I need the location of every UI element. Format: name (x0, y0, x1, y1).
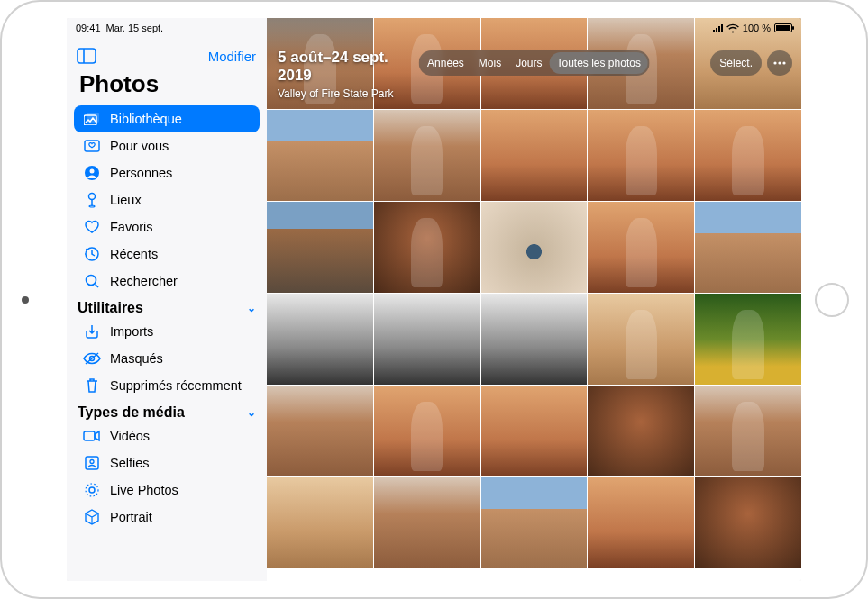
photo-thumbnail[interactable] (267, 477, 373, 568)
svg-point-21 (778, 61, 781, 64)
photo-thumbnail[interactable] (481, 294, 588, 385)
sidebar-item-r-cents[interactable]: Récents (74, 241, 260, 268)
photo-thumbnail[interactable] (374, 294, 480, 385)
svg-point-20 (773, 61, 776, 64)
sidebar-item-masqu-s[interactable]: Masqués (74, 345, 260, 372)
sidebar-item-label: Récents (110, 247, 158, 261)
selfie-icon (83, 456, 101, 470)
sidebar-item-personnes[interactable]: Personnes (74, 159, 260, 186)
photo-grid[interactable] (267, 18, 801, 568)
pin-icon (83, 192, 101, 208)
sidebar-item-portrait[interactable]: Portrait (74, 504, 260, 531)
sidebar-item-rechercher[interactable]: Rechercher (74, 268, 260, 295)
photo-thumbnail[interactable] (267, 294, 373, 385)
photo-thumbnail[interactable] (374, 386, 480, 476)
photo-thumbnail[interactable] (695, 294, 801, 385)
photo-thumbnail[interactable] (267, 110, 373, 201)
view-segmented-control: Années Mois Jours Toutes les photos (418, 50, 650, 76)
search-icon (83, 273, 101, 289)
sidebar-item-label: Bibliothèque (110, 112, 182, 126)
sidebar-item-label: Rechercher (110, 274, 178, 288)
screen: 09:41 Mar. 15 sept. 100 % Modifier Photo… (67, 18, 801, 581)
photo-thumbnail[interactable] (481, 386, 588, 476)
photo-thumbnail[interactable] (695, 202, 801, 293)
sidebar-item-label: Imports (110, 324, 153, 339)
photo-thumbnail[interactable] (588, 110, 694, 201)
sidebar-item-label: Live Photos (110, 483, 178, 497)
seg-days[interactable]: Jours (508, 52, 549, 74)
trash-icon (83, 377, 101, 394)
heart-icon (83, 220, 101, 234)
svg-line-12 (96, 285, 99, 288)
photo-thumbnail[interactable] (267, 202, 373, 293)
sidebar-item-label: Lieux (110, 193, 142, 207)
sidebar-item-label: Favoris (110, 220, 153, 234)
front-camera (22, 296, 29, 304)
sidebar-item-favoris[interactable]: Favoris (74, 213, 260, 241)
home-button[interactable] (815, 283, 849, 317)
hidden-icon (83, 352, 101, 365)
cube-icon (83, 509, 101, 525)
photo-thumbnail[interactable] (695, 386, 801, 476)
sidebar-item-lieux[interactable]: Lieux (74, 186, 260, 213)
photo-thumbnail[interactable] (588, 294, 694, 385)
section-utilities-label: Utilitaires (78, 300, 143, 316)
photo-thumbnail[interactable] (481, 477, 588, 568)
sidebar-title: Photos (67, 68, 267, 105)
sidebar-item-live-photos[interactable]: Live Photos (74, 476, 260, 504)
sidebar-item-label: Masqués (110, 351, 163, 366)
svg-point-22 (782, 61, 785, 64)
for-you-icon (83, 140, 101, 152)
photo-thumbnail[interactable] (267, 18, 373, 109)
sidebar-item-selfies[interactable]: Selfies (74, 449, 260, 476)
svg-rect-15 (84, 431, 95, 440)
svg-rect-0 (78, 49, 96, 63)
photo-thumbnail[interactable] (588, 202, 694, 293)
seg-months[interactable]: Mois (471, 52, 508, 74)
chevron-down-icon: ⌄ (247, 406, 256, 419)
sidebar: Modifier Photos BibliothèquePour vousPer… (67, 18, 267, 581)
photo-thumbnail[interactable] (267, 386, 373, 476)
photo-library-icon (83, 113, 101, 125)
more-button[interactable] (767, 50, 792, 76)
sidebar-item-label: Pour vous (110, 139, 169, 153)
section-media-types[interactable]: Types de média ⌄ (67, 399, 267, 422)
sidebar-item-supprim-s-r-cemment[interactable]: Supprimés récemment (74, 372, 260, 399)
svg-point-19 (86, 484, 98, 496)
import-icon (83, 323, 101, 340)
photo-thumbnail[interactable] (481, 110, 588, 201)
photo-thumbnail[interactable] (374, 110, 480, 201)
sidebar-item-vid-os[interactable]: Vidéos (74, 422, 260, 449)
section-media-label: Types de média (78, 404, 185, 421)
photo-thumbnail[interactable] (695, 110, 801, 201)
select-button[interactable]: Sélect. (710, 50, 762, 76)
sidebar-item-label: Supprimés récemment (110, 378, 242, 393)
chevron-down-icon: ⌄ (247, 302, 256, 314)
sidebar-item-label: Vidéos (110, 429, 150, 443)
svg-point-6 (90, 169, 95, 174)
livephoto-icon (83, 482, 101, 498)
ellipsis-icon (773, 61, 786, 65)
photo-thumbnail[interactable] (695, 477, 801, 568)
section-utilities[interactable]: Utilitaires ⌄ (67, 295, 267, 318)
sidebar-item-imports[interactable]: Imports (74, 318, 260, 345)
svg-rect-4 (85, 141, 99, 151)
svg-point-17 (90, 460, 94, 464)
photo-thumbnail[interactable] (588, 477, 694, 568)
photo-thumbnail[interactable] (374, 477, 480, 568)
seg-all-photos[interactable]: Toutes les photos (549, 52, 647, 74)
photo-thumbnail[interactable] (374, 202, 480, 293)
svg-point-11 (87, 276, 96, 286)
sidebar-item-biblioth-que[interactable]: Bibliothèque (74, 105, 260, 132)
sidebar-toggle-icon[interactable] (74, 45, 99, 67)
photo-thumbnail[interactable] (481, 202, 588, 293)
sidebar-item-label: Personnes (110, 166, 172, 180)
svg-point-7 (89, 194, 96, 200)
seg-years[interactable]: Années (420, 52, 471, 74)
photo-thumbnail[interactable] (588, 386, 694, 476)
clock-icon (83, 246, 101, 262)
sidebar-item-label: Portrait (110, 510, 152, 524)
sidebar-item-label: Selfies (110, 456, 150, 470)
sidebar-item-pour-vous[interactable]: Pour vous (74, 132, 260, 159)
edit-button[interactable]: Modifier (208, 49, 256, 64)
